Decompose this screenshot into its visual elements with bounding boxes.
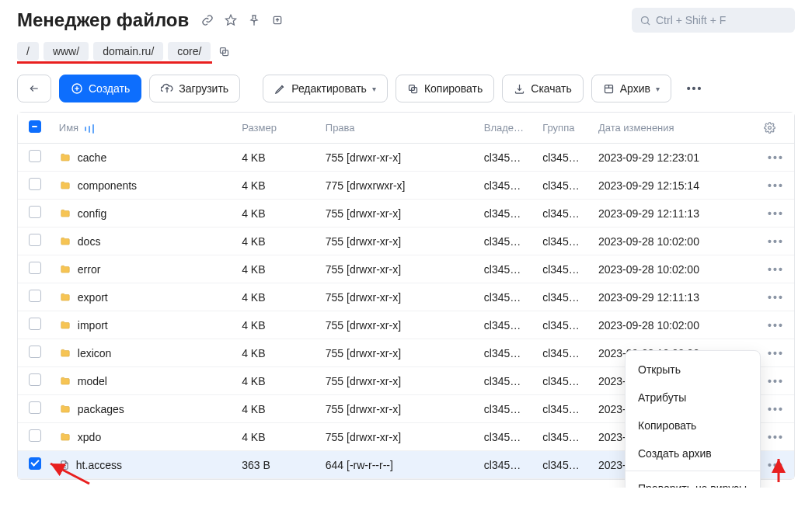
col-group-header[interactable]: Группа (536, 113, 592, 144)
file-name: ht.access (76, 459, 122, 471)
row-actions[interactable]: ••• (758, 423, 794, 451)
row-actions[interactable]: ••• (758, 311, 794, 339)
row-actions[interactable]: ••• (758, 144, 794, 172)
table-row[interactable]: config4 KB755 [drwxr-xr-x]cl345…cl345…20… (18, 200, 794, 227)
crumb-core[interactable]: core/ (168, 42, 211, 61)
table-row[interactable]: cache4 KB755 [drwxr-xr-x]cl345…cl345…202… (18, 144, 794, 172)
ctx-archive[interactable]: Создать архив (626, 439, 760, 467)
folder-icon (59, 180, 71, 191)
breadcrumb: / www/ domain.ru/ core/ (0, 39, 812, 67)
row-actions[interactable]: ••• (758, 367, 794, 395)
more-button[interactable]: ••• (679, 75, 710, 102)
crumb-root[interactable]: / (17, 42, 39, 61)
file-group: cl345… (536, 395, 592, 423)
crumb-domain[interactable]: domain.ru/ (93, 42, 163, 61)
archive-button-label: Архив (620, 82, 650, 95)
file-group: cl345… (536, 172, 592, 200)
file-name: packages (78, 403, 124, 415)
back-button[interactable] (17, 75, 51, 102)
chevron-down-icon: ▾ (372, 85, 376, 93)
file-owner: cl345… (478, 367, 536, 395)
file-owner: cl345… (478, 172, 536, 200)
file-name: docs (78, 235, 101, 248)
upload-button-label: Загрузить (179, 82, 228, 95)
edit-button-label: Редактировать (291, 82, 367, 95)
gear-icon[interactable] (764, 122, 775, 134)
file-date: 2023-09-29 12:23:01 (592, 144, 758, 172)
folder-icon (59, 264, 71, 275)
link-icon[interactable] (200, 12, 215, 28)
copy-button[interactable]: Копировать (396, 75, 494, 102)
row-checkbox[interactable] (29, 178, 41, 190)
file-group: cl345… (536, 200, 592, 227)
folder-icon (59, 376, 71, 387)
star-icon[interactable] (223, 12, 239, 28)
table-row[interactable]: import4 KB755 [drwxr-xr-x]cl345…cl345…20… (18, 311, 794, 339)
file-group: cl345… (536, 311, 592, 339)
header-checkbox[interactable] (29, 120, 41, 133)
row-actions[interactable]: ••• (758, 172, 794, 200)
search-icon (639, 15, 651, 26)
col-owner-header[interactable]: Владе… (478, 113, 536, 144)
file-owner: cl345… (478, 144, 536, 172)
row-checkbox[interactable] (29, 262, 41, 274)
search-input[interactable] (656, 14, 780, 26)
col-date-header[interactable]: Дата изменения (592, 113, 758, 144)
file-group: cl345… (536, 339, 592, 367)
row-checkbox[interactable] (29, 150, 41, 162)
ctx-scan[interactable]: Проверить на вирусы (626, 474, 760, 488)
file-size: 4 KB (235, 255, 319, 283)
file-owner: cl345… (478, 227, 536, 255)
row-checkbox[interactable] (29, 206, 41, 218)
file-perms: 755 [drwxr-xr-x] (319, 423, 478, 451)
folder-icon (59, 236, 71, 247)
arrow-left-icon (27, 83, 41, 94)
row-actions[interactable]: ••• (758, 200, 794, 227)
row-checkbox[interactable] (29, 373, 41, 386)
file-perms: 755 [drwxr-xr-x] (319, 227, 478, 255)
row-checkbox[interactable] (29, 234, 41, 246)
row-actions[interactable]: ••• (758, 451, 794, 479)
edit-button[interactable]: Редактировать ▾ (263, 75, 388, 102)
row-actions[interactable]: ••• (758, 339, 794, 367)
archive-button[interactable]: Архив ▾ (591, 75, 671, 102)
table-row[interactable]: export4 KB755 [drwxr-xr-x]cl345…cl345…20… (18, 283, 794, 311)
pencil-icon (274, 83, 286, 95)
folder-icon (59, 208, 71, 219)
row-actions[interactable]: ••• (758, 227, 794, 255)
table-row[interactable]: components4 KB775 [drwxrwxr-x]cl345…cl34… (18, 172, 794, 200)
row-checkbox[interactable] (29, 401, 41, 414)
table-row[interactable]: docs4 KB755 [drwxr-xr-x]cl345…cl345…2023… (18, 227, 794, 255)
upload-button[interactable]: Загрузить (149, 75, 240, 102)
row-checkbox[interactable] (29, 318, 41, 330)
row-actions[interactable]: ••• (758, 283, 794, 311)
ctx-copy[interactable]: Копировать (626, 412, 760, 439)
file-name: model (78, 375, 107, 387)
copy-path-icon[interactable] (218, 46, 230, 57)
ctx-attributes[interactable]: Атрибуты (626, 384, 760, 412)
ctx-open[interactable]: Открыть (626, 356, 760, 384)
sort-icon (85, 124, 94, 134)
crumb-www[interactable]: www/ (44, 42, 89, 61)
chevron-down-icon: ▾ (656, 85, 660, 93)
row-checkbox[interactable] (29, 346, 41, 358)
folder-icon (59, 320, 71, 331)
col-name-header[interactable]: Имя (59, 122, 78, 134)
table-row[interactable]: error4 KB755 [drwxr-xr-x]cl345…cl345…202… (18, 255, 794, 283)
file-perms: 755 [drwxr-xr-x] (319, 339, 478, 367)
file-perms: 755 [drwxr-xr-x] (319, 144, 478, 172)
row-checkbox[interactable] (29, 290, 41, 302)
row-actions[interactable]: ••• (758, 395, 794, 423)
row-checkbox[interactable] (29, 457, 41, 470)
pin-icon[interactable] (246, 12, 262, 28)
file-size: 4 KB (235, 395, 319, 423)
create-button[interactable]: Создать (59, 75, 141, 102)
file-perms: 755 [drwxr-xr-x] (319, 200, 478, 227)
search-box[interactable] (632, 8, 795, 33)
row-checkbox[interactable] (29, 429, 41, 442)
row-actions[interactable]: ••• (758, 255, 794, 283)
external-icon[interactable] (270, 12, 285, 28)
col-size-header[interactable]: Размер (235, 113, 319, 144)
col-perms-header[interactable]: Права (319, 113, 478, 144)
download-button[interactable]: Скачать (502, 75, 584, 102)
